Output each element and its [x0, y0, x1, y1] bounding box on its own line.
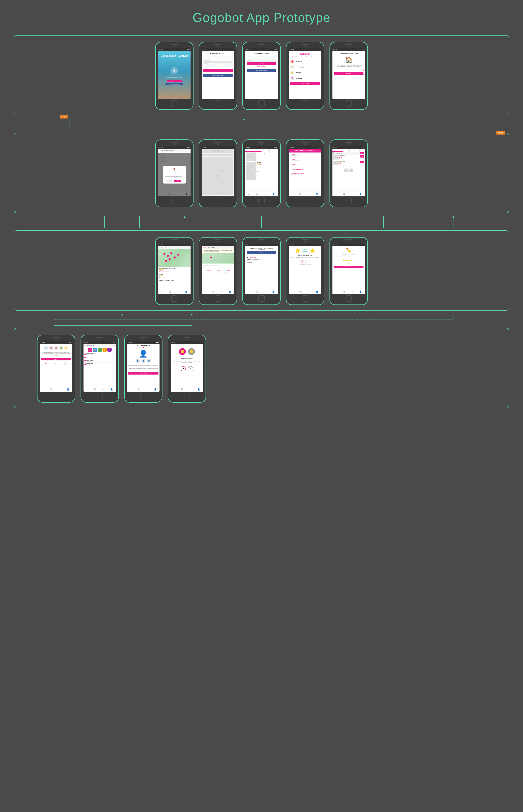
trips-tab-icon[interactable]: ✈: [351, 193, 353, 196]
home-button[interactable]: [53, 393, 59, 399]
later-btn[interactable]: Later: [167, 180, 173, 182]
home-button[interactable]: [140, 393, 146, 399]
home-tab-icon[interactable]: ⌂: [87, 388, 88, 391]
website-btn[interactable]: 🌐 Website: [226, 270, 230, 271]
no-btn[interactable]: [218, 196, 227, 197]
trips-tab-icon[interactable]: ✈: [351, 291, 353, 293]
home-button[interactable]: [302, 295, 308, 302]
home-button[interactable]: [171, 295, 178, 302]
mood-action-1[interactable]: ♥: [181, 366, 186, 371]
explore-tab-icon[interactable]: 🔍: [212, 291, 215, 293]
profile-tab-icon[interactable]: 👤: [316, 193, 318, 196]
search-input[interactable]: Search Gogobot: [87, 345, 113, 346]
search-input[interactable]: Search Nearby: [161, 247, 190, 248]
explore-tab-icon[interactable]: 🔍: [299, 291, 302, 293]
call-btn[interactable]: 📞 Call: [217, 270, 220, 271]
forgot-link[interactable]: Forgot password?: [247, 66, 276, 67]
explore-tab-icon[interactable]: 🔍: [50, 388, 53, 391]
explore-tab-icon[interactable]: 🔍: [299, 193, 302, 196]
trips-tab-icon[interactable]: ✈: [146, 388, 148, 391]
email-field[interactable]: Email: [203, 62, 233, 65]
create-link[interactable]: Create new account: [247, 73, 276, 74]
home-button[interactable]: [302, 100, 308, 107]
trips-tab-icon[interactable]: ✈: [221, 291, 222, 293]
home-button[interactable]: [302, 198, 308, 204]
profile-tab-icon[interactable]: 👤: [185, 291, 187, 293]
home-button[interactable]: [258, 100, 265, 107]
home-tab-icon[interactable]: ⌂: [174, 388, 175, 391]
directions-btn[interactable]: 📍 Directions: [206, 270, 211, 271]
trips-tab-icon[interactable]: ✈: [308, 193, 310, 196]
home-tab-icon[interactable]: ⌂: [292, 193, 293, 196]
splash-email-btn[interactable]: Sign up with email: [167, 80, 182, 82]
tours-tab[interactable]: Tours: [343, 149, 354, 152]
ar-tab[interactable]: Ar/apt: [245, 149, 262, 152]
profile-tab-icon[interactable]: 👤: [316, 291, 318, 293]
home-button[interactable]: [215, 100, 221, 107]
signin-link[interactable]: Already have an account? Sign in: [203, 77, 233, 78]
sign-up-btn[interactable]: Sign Up: [41, 358, 71, 361]
fb-signup-btn[interactable]: f Facebook: [247, 251, 276, 254]
fb-btn[interactable]: Continue with Facebook: [203, 74, 233, 77]
profile-tab-icon[interactable]: 👤: [229, 291, 231, 293]
filter-icon[interactable]: ⊞: [114, 345, 115, 346]
explore-tab-icon[interactable]: 🔍: [138, 388, 140, 391]
password-field[interactable]: Password: [203, 66, 233, 68]
home-button[interactable]: [171, 100, 178, 107]
confirm-btn[interactable]: Confirm!: [334, 72, 363, 75]
explore-tab-icon[interactable]: 🔍: [256, 193, 258, 196]
profile-tab-icon[interactable]: 👤: [154, 388, 157, 391]
fb-btn[interactable]: Sign in with Facebook: [247, 69, 276, 72]
cat-hotel[interactable]: 🏨: [93, 348, 97, 352]
back-btn[interactable]: ‹ Back: [202, 247, 206, 248]
trips-tab-icon[interactable]: ✈: [177, 291, 179, 293]
home-button[interactable]: [96, 393, 103, 399]
more-results-link[interactable]: Find more settings below: [332, 166, 365, 168]
lastname-field[interactable]: Last Name: [203, 59, 233, 61]
home-button[interactable]: [171, 198, 178, 204]
cat-food[interactable]: 🍴: [88, 348, 92, 352]
explore-tab-icon[interactable]: 🔍: [94, 388, 96, 391]
list-tab[interactable]: add apt: [262, 149, 278, 152]
home-tab-icon[interactable]: ⌂: [248, 193, 250, 196]
profile-tab-icon[interactable]: 👤: [198, 388, 200, 391]
mood-ok[interactable]: 😐: [188, 348, 195, 355]
home-button[interactable]: [184, 393, 190, 399]
home-tab-icon[interactable]: ⌂: [336, 291, 337, 293]
join-btn[interactable]: Join!: [203, 69, 233, 72]
home-button[interactable]: [215, 295, 221, 302]
email-field[interactable]: Email: [247, 56, 276, 58]
hotels-tab[interactable]: Hotels: [332, 149, 343, 152]
cat-shopping[interactable]: 🛍: [103, 348, 107, 352]
home-tab-icon[interactable]: ⌂: [248, 291, 250, 293]
home-button[interactable]: [258, 295, 265, 302]
trips-tab-icon[interactable]: ✈: [59, 388, 61, 391]
home-button[interactable]: [258, 198, 265, 204]
settings-btn[interactable]: Settings: [174, 180, 181, 182]
write-review-btn[interactable]: Write a Review: [334, 265, 363, 269]
explore-tab-icon[interactable]: 🔍: [168, 291, 171, 293]
profile-tab-icon[interactable]: 👤: [359, 291, 362, 293]
home-button[interactable]: [345, 295, 352, 302]
profile-tab-icon[interactable]: 👤: [110, 388, 113, 391]
book-btn-1[interactable]: Book: [360, 155, 364, 158]
search-btn[interactable]: Search: [360, 152, 364, 154]
home-tab-icon[interactable]: ⌂: [130, 388, 131, 391]
explore-tab-icon[interactable]: 🔍: [256, 291, 258, 293]
trips-tab-icon[interactable]: ✈: [103, 388, 104, 391]
cat-nightlife[interactable]: 🎵: [107, 348, 112, 352]
profile-tab-icon[interactable]: 👤: [272, 193, 275, 196]
sign-in-btn[interactable]: Sign In: [247, 62, 276, 65]
firstname-field[interactable]: First Name: [203, 56, 233, 58]
go-to-app-btn[interactable]: Go to the app!: [290, 82, 320, 85]
find-friends-btn[interactable]: Find Friends!: [128, 372, 159, 374]
tips-tab[interactable]: Tips: [354, 149, 365, 152]
splash-fb-btn[interactable]: Continue with Facebook: [165, 83, 183, 86]
home-button[interactable]: [345, 100, 352, 107]
home-button[interactable]: [345, 198, 352, 204]
home-button[interactable]: [215, 198, 221, 204]
trips-tab-icon[interactable]: ✈: [264, 291, 266, 293]
mood-happy[interactable]: 😊: [179, 348, 186, 355]
explore-tab-icon[interactable]: 🔍: [343, 291, 345, 293]
home-tab-icon[interactable]: ⌂: [161, 291, 162, 293]
